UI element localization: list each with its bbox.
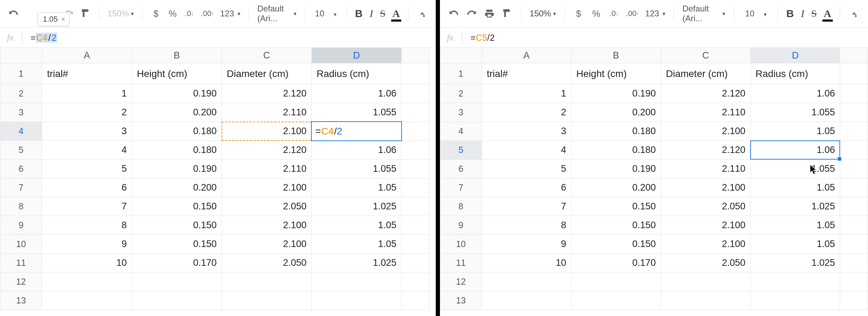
cell[interactable]: Radius (cm): [751, 63, 840, 84]
cell[interactable]: [840, 160, 868, 178]
zoom-dropdown[interactable]: 150% ▾: [108, 9, 134, 18]
cell[interactable]: 1.05: [751, 178, 840, 197]
col-header-extra[interactable]: [402, 48, 429, 63]
cell-editing[interactable]: =C4/2: [312, 122, 402, 141]
cell[interactable]: [402, 103, 429, 122]
cell[interactable]: 2.120: [222, 141, 312, 160]
cell[interactable]: [402, 197, 429, 216]
row-header[interactable]: 7: [0, 178, 42, 197]
cell[interactable]: 1.06: [312, 141, 402, 160]
formula-input[interactable]: =C4/2: [31, 33, 57, 43]
cell[interactable]: [840, 103, 868, 122]
cell-edit-box[interactable]: =C4/2: [311, 121, 402, 141]
cell[interactable]: 1.05: [751, 235, 840, 254]
cell[interactable]: 0.180: [132, 122, 222, 141]
cell[interactable]: trial#: [482, 63, 571, 84]
cell[interactable]: 0.150: [132, 197, 222, 216]
cell[interactable]: [402, 272, 429, 291]
cell[interactable]: [402, 235, 429, 254]
cell[interactable]: 2.100: [661, 216, 750, 235]
row-header[interactable]: 1: [0, 63, 42, 84]
cell[interactable]: 2.110: [661, 160, 750, 178]
row-header[interactable]: 10: [440, 235, 482, 254]
cell[interactable]: [312, 291, 402, 310]
cell[interactable]: 3: [482, 122, 571, 141]
cell[interactable]: [840, 141, 868, 160]
cell[interactable]: [402, 291, 429, 310]
italic-button[interactable]: I: [370, 8, 373, 20]
cell[interactable]: 0.150: [571, 235, 661, 254]
cell[interactable]: 2.050: [222, 197, 312, 216]
row-header[interactable]: 5: [440, 141, 482, 160]
font-size-dropdown[interactable]: 10 ▾: [313, 9, 338, 18]
row-header[interactable]: 4: [0, 122, 42, 141]
cell[interactable]: [402, 63, 429, 84]
cell[interactable]: 10: [482, 254, 571, 272]
cell[interactable]: [840, 291, 868, 310]
paint-format-button[interactable]: [80, 6, 91, 21]
cell[interactable]: Diameter (cm): [222, 63, 312, 84]
cell[interactable]: Height (cm): [132, 63, 222, 84]
cell[interactable]: 1.025: [751, 254, 840, 272]
cell[interactable]: 7: [482, 197, 571, 216]
col-header-C[interactable]: C: [661, 48, 750, 63]
cell[interactable]: 1.05: [312, 216, 402, 235]
cell[interactable]: 1.025: [751, 197, 840, 216]
cell[interactable]: 0.200: [571, 178, 661, 197]
paint-format-button[interactable]: [501, 6, 513, 21]
undo-button[interactable]: [8, 6, 19, 21]
cell[interactable]: 8: [482, 216, 571, 235]
row-header[interactable]: 10: [0, 235, 42, 254]
col-header-A[interactable]: A: [42, 48, 132, 63]
cell[interactable]: 6: [482, 178, 571, 197]
cell[interactable]: 0.170: [571, 254, 661, 272]
cell[interactable]: [42, 291, 132, 310]
cell[interactable]: 2.100: [222, 235, 312, 254]
cell[interactable]: 7: [42, 197, 132, 216]
row-header[interactable]: 8: [440, 197, 482, 216]
col-header-C[interactable]: C: [222, 48, 312, 63]
cell[interactable]: trial#: [42, 63, 132, 84]
cell[interactable]: [402, 178, 429, 197]
row-header[interactable]: 11: [440, 254, 482, 272]
cell[interactable]: [751, 291, 840, 310]
cell[interactable]: [312, 272, 402, 291]
cell[interactable]: [402, 160, 429, 178]
bold-button[interactable]: B: [786, 8, 794, 20]
cell[interactable]: 1.05: [312, 235, 402, 254]
number-format-dropdown[interactable]: 123▾: [220, 9, 240, 18]
cell[interactable]: 0.200: [132, 103, 222, 122]
cell[interactable]: 2: [482, 103, 571, 122]
cell[interactable]: [571, 272, 661, 291]
col-header-A[interactable]: A: [482, 48, 571, 63]
cell[interactable]: 0.200: [132, 178, 222, 197]
row-header[interactable]: 3: [440, 103, 482, 122]
col-header-B[interactable]: B: [571, 48, 661, 63]
cell[interactable]: 9: [42, 235, 132, 254]
cell[interactable]: [840, 63, 868, 84]
cell[interactable]: 2.120: [222, 84, 312, 103]
cell[interactable]: [402, 254, 429, 272]
row-header[interactable]: 5: [0, 141, 42, 160]
redo-button[interactable]: [466, 6, 478, 21]
row-header[interactable]: 7: [440, 178, 482, 197]
cell[interactable]: 1.055: [312, 103, 402, 122]
row-header[interactable]: 12: [440, 272, 482, 291]
cell[interactable]: [840, 122, 868, 141]
cell[interactable]: 8: [42, 216, 132, 235]
row-header[interactable]: 2: [0, 84, 42, 103]
row-header[interactable]: 2: [440, 84, 482, 103]
undo-button[interactable]: [448, 6, 460, 21]
cell[interactable]: [840, 197, 868, 216]
cell[interactable]: 4: [42, 141, 132, 160]
cell[interactable]: 1.055: [312, 160, 402, 178]
spreadsheet-grid[interactable]: A B C D 1 trial# Height (cm) Diameter (c…: [0, 47, 436, 316]
col-header-extra[interactable]: [840, 48, 868, 63]
cell[interactable]: 0.180: [132, 141, 222, 160]
strikethrough-button[interactable]: S: [380, 8, 386, 19]
cell[interactable]: 5: [482, 160, 571, 178]
cell[interactable]: [840, 178, 868, 197]
cell[interactable]: [840, 254, 868, 272]
col-header-B[interactable]: B: [132, 48, 222, 63]
row-header[interactable]: 4: [440, 122, 482, 141]
